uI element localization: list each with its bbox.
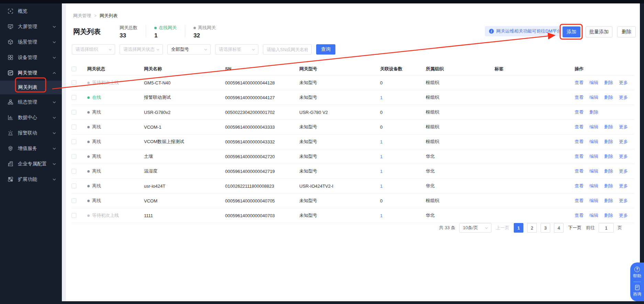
delete-link[interactable]: 删除 [589,109,598,115]
sn-search-input[interactable] [263,44,312,55]
more-link[interactable]: 更多 [619,212,628,219]
sidebar-item-configuration-management[interactable]: 组态管理 [0,94,62,110]
prev-page-button[interactable]: 上一页 [496,225,509,231]
delete-link[interactable]: 删除 [604,80,613,86]
sidebar-subitem-gateway-list[interactable]: 网关列表 [0,81,62,94]
delete-link[interactable]: 删除 [604,94,613,101]
query-button[interactable]: 查询 [316,44,335,55]
consult-button[interactable]: 咨询 [633,291,641,297]
next-page-button[interactable]: 下一页 [568,225,581,231]
more-link[interactable]: 更多 [619,168,628,174]
view-link[interactable]: 查看 [575,139,584,145]
cell-organization: 华北 [426,183,495,189]
view-link[interactable]: 查看 [575,94,584,101]
help-button[interactable]: 帮助 [633,273,641,279]
view-link[interactable]: 查看 [575,168,584,174]
more-link[interactable]: 更多 [619,80,628,86]
view-link[interactable]: 查看 [575,80,584,86]
select-all-checkbox[interactable] [71,67,76,71]
row-checkbox[interactable] [71,154,76,159]
page-button-4[interactable]: 4 [554,223,564,233]
model-select[interactable]: 全部型号 [167,44,211,55]
delete-link[interactable]: 删除 [604,183,613,189]
more-link[interactable]: 更多 [619,183,628,189]
cell-organization: 根组织 [426,124,495,130]
cell-gateway-name: USR-G780v2 [144,110,225,115]
sidebar-item-alarm-linkage[interactable]: 报警联动 [0,125,62,141]
page-button-1[interactable]: 1 [514,223,523,233]
row-checkbox[interactable] [71,184,76,188]
row-checkbox[interactable] [71,110,76,115]
sidebar-item-extensions[interactable]: 扩展功能 [0,172,62,187]
edit-link[interactable]: 编辑 [589,139,598,145]
more-link[interactable]: 更多 [619,198,628,204]
stat-total-label: 网关总数 [120,25,137,31]
linked-devices-count[interactable]: 1 [380,169,382,174]
linked-devices-count[interactable]: 1 [380,95,382,100]
goto-page-input[interactable] [599,223,614,233]
row-checkbox[interactable] [71,213,76,218]
view-link[interactable]: 查看 [575,153,584,160]
delete-link[interactable]: 删除 [604,168,613,174]
more-link[interactable]: 更多 [619,94,628,101]
view-link[interactable]: 查看 [575,124,584,130]
more-link[interactable]: 更多 [619,124,628,130]
more-link[interactable]: 更多 [619,153,628,160]
delete-link[interactable]: 删除 [604,212,613,219]
linked-devices-count[interactable]: 1 [380,139,382,144]
delete-link[interactable]: 删除 [604,124,613,130]
breadcrumb-item-gateway-management[interactable]: 网关管理 [73,13,91,19]
batch-add-button[interactable]: 批量添加 [586,26,612,37]
gateway-status-select[interactable]: 请选择网关状态 [120,44,163,55]
view-link[interactable]: 查看 [575,183,584,189]
edit-link[interactable]: 编辑 [589,183,598,189]
sidebar-item-device-management[interactable]: 设备管理 [0,50,62,65]
edit-link[interactable]: 编辑 [589,212,598,219]
view-link[interactable]: 查看 [575,212,584,219]
row-checkbox-cell [71,125,87,129]
consult-doc-icon[interactable] [635,285,640,290]
chevron-down-icon [156,48,160,51]
page-button-2[interactable]: 2 [527,223,537,233]
sidebar-item-value-added-services[interactable]: 增值服务 [0,141,62,156]
delete-link[interactable]: 删除 [604,139,613,145]
row-checkbox-cell [71,213,87,218]
sidebar-item-data-center[interactable]: 数据中心 [0,110,62,125]
view-link[interactable]: 查看 [575,198,584,204]
gateway-stats: 网关总数 33 在线网关 1 离线网关 32 [120,25,216,39]
row-checkbox[interactable] [71,125,76,129]
edit-link[interactable]: 编辑 [589,124,598,130]
row-checkbox[interactable] [71,95,76,100]
edit-link[interactable]: 编辑 [589,80,598,86]
delete-button[interactable]: 删除 [617,26,636,37]
add-button[interactable]: 添加 [563,26,580,37]
row-checkbox[interactable] [71,80,76,85]
more-link[interactable]: 更多 [619,139,628,145]
page-button-3[interactable]: 3 [541,223,550,233]
edit-link[interactable]: 编辑 [589,198,598,204]
edit-link[interactable]: 编辑 [589,153,598,160]
edit-link[interactable]: 编辑 [589,168,598,174]
view-link[interactable]: 查看 [575,109,584,115]
tag-select[interactable]: 请选择标签 [215,44,258,55]
sidebar-item-enterprise-config[interactable]: 企业专属配置 [0,156,62,172]
linked-devices-count[interactable]: 1 [380,213,382,218]
dm-platform-notice[interactable]: i 网关运维相关功能可前往DM平台 [485,26,565,36]
sidebar-item-overview[interactable]: 概览 [0,3,62,19]
sidebar-item-gateway-management[interactable]: 网关管理 [0,65,62,81]
status-select-placeholder: 请选择网关状态 [123,46,155,52]
help-question-icon[interactable]: ? [634,267,640,272]
delete-link[interactable]: 删除 [604,153,613,160]
delete-link[interactable]: 删除 [604,198,613,204]
page-size-select[interactable]: 10条/页 [459,223,491,233]
edit-link[interactable]: 编辑 [589,94,598,101]
sidebar-item-screen-management[interactable]: 大屏管理 [0,19,62,34]
linked-devices-count[interactable]: 1 [380,154,382,159]
row-checkbox[interactable] [71,169,76,174]
row-checkbox[interactable] [71,139,76,144]
org-select[interactable]: 请选择组织 [72,44,115,55]
cell-gateway-name: 1111 [144,213,225,218]
sidebar-item-scene-management[interactable]: 场景管理 [0,34,62,50]
linked-devices-count[interactable]: 1 [380,184,382,189]
row-checkbox[interactable] [71,198,76,203]
